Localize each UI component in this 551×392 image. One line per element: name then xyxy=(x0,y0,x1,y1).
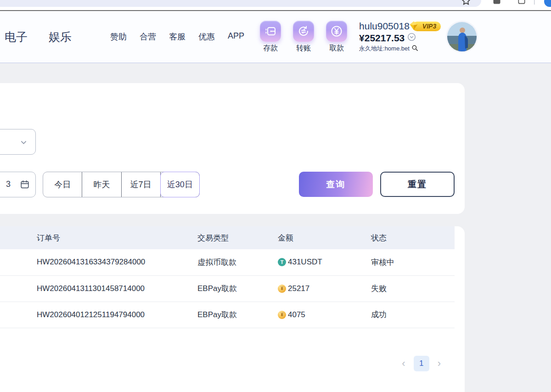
nav-item-partnership[interactable]: 合营 xyxy=(140,31,156,42)
column-type: 交易类型 xyxy=(197,226,278,249)
column-amount: 金额 xyxy=(278,226,371,249)
gold-coin-icon: ¥ xyxy=(278,311,286,319)
range-yesterday[interactable]: 昨天 xyxy=(82,172,121,197)
records-table-card: 订单号 交易类型 金额 状态 HW2026041316334379284000 … xyxy=(0,226,465,392)
transaction-type: EBPay取款 xyxy=(197,302,278,328)
nav-item-electronic[interactable]: 电子 xyxy=(5,29,28,45)
search-magnifier-icon[interactable] xyxy=(411,45,418,53)
date-range-input[interactable]: 3 xyxy=(0,172,36,197)
table-row[interactable]: HW2026041311301458714000 EBPay取款 ¥25217 … xyxy=(0,275,455,302)
browser-profile-icon[interactable] xyxy=(544,0,551,9)
extension-icon[interactable] xyxy=(492,0,501,7)
table-row[interactable]: HW2026041316334379284000 虚拟币取款 T431USDT … xyxy=(0,249,455,275)
nav-item-entertainment[interactable]: 娱乐 xyxy=(49,29,72,45)
transaction-type: 虚拟币取款 xyxy=(197,249,278,275)
deposit-button[interactable]: 存款 xyxy=(260,21,281,53)
withdraw-yen-icon xyxy=(326,21,347,42)
pagination-next-icon[interactable]: › xyxy=(438,358,441,369)
order-no: HW2026041311301458714000 xyxy=(0,275,197,302)
quick-actions: 存款 转账 取款 xyxy=(260,21,347,53)
browser-address-bar xyxy=(0,0,481,7)
pagination-page-1[interactable]: 1 xyxy=(414,356,429,371)
range-today[interactable]: 今日 xyxy=(43,172,82,197)
secondary-nav: 赞助 合营 客服 优惠 APP xyxy=(110,31,244,42)
primary-nav: 电子 娱乐 xyxy=(5,29,72,45)
gold-coin-icon: ¥ xyxy=(278,285,286,293)
chevron-down-icon xyxy=(20,139,27,148)
pagination-prev-icon[interactable]: ‹ xyxy=(402,358,405,369)
records-table: 订单号 交易类型 金额 状态 HW2026041316334379284000 … xyxy=(0,226,455,328)
order-no: HW2026041316334379284000 xyxy=(0,249,197,275)
withdraw-label: 取款 xyxy=(329,44,344,53)
nav-item-sponsor[interactable]: 赞助 xyxy=(110,31,127,42)
balance-toggle-icon[interactable] xyxy=(407,32,416,44)
amount-value: 431USDT xyxy=(288,258,322,267)
deposit-label: 存款 xyxy=(263,44,278,53)
filter-card: 3 今日 昨天 近7日 近30日 查询 重置 xyxy=(0,83,465,214)
username[interactable]: hulu905018 xyxy=(359,20,410,32)
bookmark-star-icon[interactable] xyxy=(461,0,471,8)
column-order-no: 订单号 xyxy=(0,226,197,249)
column-status: 状态 xyxy=(371,226,455,249)
amount-value: 25217 xyxy=(288,284,309,293)
pagination: ‹ 1 › xyxy=(0,356,441,371)
vip-badge: VIP3 xyxy=(412,22,441,32)
user-info: hulu905018 VIP3 ¥25217.53 永久地址:home.bet xyxy=(359,20,441,53)
search-button[interactable]: 查询 xyxy=(299,172,373,197)
usdt-coin-icon: T xyxy=(278,258,286,266)
browser-chrome-strip xyxy=(0,0,551,10)
vip-gem-icon xyxy=(409,21,419,33)
calendar-icon xyxy=(20,179,30,191)
status-badge: 失败 xyxy=(371,275,455,302)
reset-button[interactable]: 重置 xyxy=(380,172,455,197)
transaction-type: EBPay取款 xyxy=(197,275,278,302)
transfer-button[interactable]: 转账 xyxy=(293,21,314,53)
vip-badge-label: VIP3 xyxy=(422,22,436,30)
transfer-icon xyxy=(293,21,314,42)
range-last30days[interactable]: 近30日 xyxy=(160,172,200,197)
transaction-type-select[interactable] xyxy=(0,129,36,155)
status-badge: 审核中 xyxy=(371,249,455,275)
status-badge: 成功 xyxy=(371,302,455,328)
amount-value: 4075 xyxy=(288,310,305,319)
withdraw-button[interactable]: 取款 xyxy=(326,21,347,53)
table-header-row: 订单号 交易类型 金额 状态 xyxy=(0,226,455,249)
nav-item-promotions[interactable]: 优惠 xyxy=(198,31,215,42)
date-value: 3 xyxy=(6,179,11,189)
order-no: HW2026040121251194794000 xyxy=(0,302,197,328)
toolbar-separator xyxy=(534,0,535,6)
nav-item-support[interactable]: 客服 xyxy=(169,31,186,42)
user-avatar[interactable] xyxy=(447,22,477,51)
account-records-page: 3 今日 昨天 近7日 近30日 查询 重置 订单号 交易类型 金额 状态 xyxy=(0,83,551,392)
table-row[interactable]: HW2026040121251194794000 EBPay取款 ¥4075 成… xyxy=(0,302,455,328)
nav-item-app[interactable]: APP xyxy=(228,31,244,42)
site-header: 电子 娱乐 赞助 合营 客服 优惠 APP 存款 转账 xyxy=(0,11,551,63)
extension-outline-icon[interactable] xyxy=(517,0,526,7)
transfer-label: 转账 xyxy=(296,44,311,53)
permanent-address: 永久地址:home.bet xyxy=(359,45,410,52)
quick-range-group: 今日 昨天 近7日 近30日 xyxy=(43,172,200,197)
balance-amount: ¥25217.53 xyxy=(359,32,405,44)
wallet-icon xyxy=(260,21,281,42)
range-last7days[interactable]: 近7日 xyxy=(122,172,161,197)
